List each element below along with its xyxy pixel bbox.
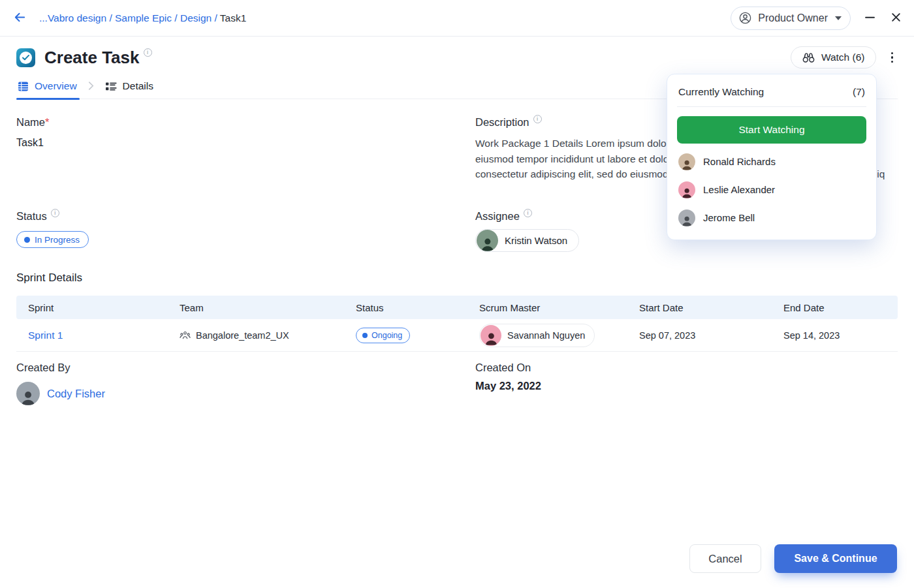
name-value[interactable]: Task1 — [16, 137, 475, 149]
column-header-end-date: End Date — [772, 302, 898, 313]
column-header-start-date: Start Date — [627, 302, 772, 313]
sprint-end-date: Sep 14, 2023 — [772, 330, 898, 341]
status-badge[interactable]: In Progress — [16, 231, 89, 248]
tab-chevron-icon — [88, 81, 94, 93]
team-group-icon — [180, 331, 191, 340]
created-on-label: Created On — [475, 362, 898, 374]
watcher-item[interactable]: Leslie Alexander — [677, 176, 866, 204]
status-field: Status In Progress — [16, 210, 475, 266]
close-icon — [890, 12, 902, 25]
watch-popover-count: (7) — [853, 86, 865, 98]
watcher-avatar — [678, 153, 695, 170]
status-label: Status — [16, 210, 475, 223]
created-on-value: May 23, 2022 — [475, 380, 898, 392]
sprint-status-label: Ongoing — [371, 331, 402, 340]
sprint-start-date: Sep 07, 2023 — [627, 330, 772, 341]
watcher-name: Jerome Bell — [703, 212, 755, 223]
page-title: Create Task — [44, 48, 140, 68]
task-detail-window: ...Vabro design / Sample Epic / Design /… — [0, 0, 914, 588]
minimize-icon — [864, 12, 875, 25]
watch-button-label: Watch (6) — [821, 52, 865, 63]
binoculars-icon — [802, 52, 815, 63]
top-bar: ...Vabro design / Sample Epic / Design /… — [0, 0, 914, 37]
status-info-icon[interactable] — [51, 209, 59, 217]
watcher-list: Ronald Richards Leslie Alexander Jerome … — [677, 147, 866, 232]
back-button[interactable] — [10, 9, 29, 27]
column-header-team: Team — [168, 302, 344, 313]
task-type-icon — [16, 48, 35, 67]
breadcrumb: ...Vabro design / Sample Epic / Design /… — [39, 12, 246, 24]
footer-actions: Cancel Save & Continue — [689, 544, 897, 573]
scrum-master-avatar — [481, 325, 501, 346]
creator-avatar — [16, 382, 40, 405]
watcher-avatar — [678, 209, 695, 226]
sprint-status-dot-icon — [362, 333, 368, 338]
assignee-info-icon[interactable] — [524, 209, 532, 217]
tab-details[interactable]: Details — [104, 78, 155, 99]
column-header-scrum-master: Scrum Master — [467, 302, 627, 313]
creation-meta: Created By Cody Fisher Created On May 23… — [0, 352, 914, 405]
name-label: Name* — [16, 116, 475, 129]
details-list-icon — [105, 82, 117, 91]
watcher-item[interactable]: Ronald Richards — [677, 147, 866, 176]
description-info-icon[interactable] — [533, 115, 542, 123]
tab-details-label: Details — [123, 80, 153, 92]
topbar-controls: Product Owner — [731, 7, 903, 30]
sprint-details-section: Sprint Details Sprint Team Status Scrum … — [0, 271, 914, 352]
created-by-label: Created By — [16, 362, 475, 374]
overview-list-icon — [18, 81, 29, 92]
role-selector-label: Product Owner — [758, 12, 828, 24]
watch-popover-title: Currently Watching — [678, 86, 764, 98]
assignee-avatar — [477, 230, 498, 251]
breadcrumb-current: Task1 — [220, 12, 247, 23]
sprint-details-heading: Sprint Details — [16, 271, 898, 285]
close-button[interactable] — [889, 10, 903, 26]
created-by-field: Created By Cody Fisher — [16, 362, 475, 405]
watcher-name: Ronald Richards — [703, 156, 776, 167]
title-info-icon[interactable] — [144, 48, 152, 57]
sprint-status-badge: Ongoing — [356, 328, 410, 343]
breadcrumb-path-link[interactable]: ...Vabro design / Sample Epic / Design / — [39, 12, 220, 23]
required-asterisk: * — [45, 116, 49, 128]
watcher-name: Leslie Alexander — [703, 184, 775, 195]
watch-popover: Currently Watching (7) Start Watching Ro… — [667, 74, 877, 240]
cancel-button[interactable]: Cancel — [689, 544, 761, 573]
role-selector-button[interactable]: Product Owner — [731, 7, 851, 30]
watch-button[interactable]: Watch (6) — [791, 46, 876, 69]
team-name: Bangalore_team2_UX — [196, 330, 289, 341]
minimize-button[interactable] — [863, 10, 877, 26]
scrum-master-chip[interactable]: Savannah Nguyen — [479, 324, 595, 347]
watcher-avatar — [678, 181, 695, 198]
tab-overview-label: Overview — [35, 80, 77, 92]
column-header-status: Status — [344, 302, 467, 313]
watcher-item[interactable]: Jerome Bell — [677, 204, 866, 232]
name-field: Name* Task1 — [16, 116, 475, 210]
tab-overview[interactable]: Overview — [16, 78, 78, 99]
person-circle-icon — [738, 11, 752, 25]
kebab-icon — [891, 52, 894, 55]
save-continue-button[interactable]: Save & Continue — [774, 544, 897, 573]
sprint-table-header: Sprint Team Status Scrum Master Start Da… — [16, 296, 898, 319]
status-badge-label: In Progress — [35, 235, 80, 245]
start-watching-button[interactable]: Start Watching — [677, 116, 866, 144]
more-options-button[interactable] — [887, 50, 898, 66]
back-arrow-icon — [12, 10, 27, 27]
watch-popover-header: Currently Watching (7) — [677, 84, 866, 107]
sprint-link[interactable]: Sprint 1 — [28, 330, 63, 341]
page-header: Create Task Watch (6) — [0, 37, 914, 69]
header-actions: Watch (6) — [791, 46, 897, 69]
status-dot-icon — [24, 237, 30, 243]
sprint-table-row: Sprint 1 Bangalore_team2_UX Ongoing — [16, 319, 898, 352]
assignee-name: Kristin Watson — [505, 235, 567, 246]
scrum-master-name: Savannah Nguyen — [507, 330, 585, 341]
assignee-chip[interactable]: Kristin Watson — [475, 229, 579, 252]
chevron-down-icon — [835, 16, 842, 20]
created-on-field: Created On May 23, 2022 — [475, 362, 898, 405]
column-header-sprint: Sprint — [16, 302, 168, 313]
creator-link[interactable]: Cody Fisher — [47, 388, 105, 400]
